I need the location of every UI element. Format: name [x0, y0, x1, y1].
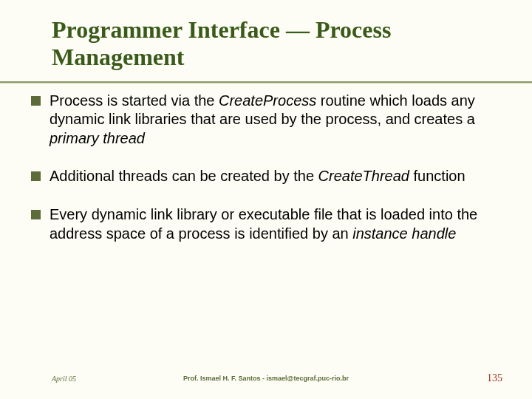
- bullet-text: Additional threads can be created by the…: [50, 167, 495, 186]
- bullet-text: Every dynamic link library or executable…: [50, 205, 495, 243]
- title-underline: [0, 81, 532, 83]
- text-segment: function: [409, 168, 466, 184]
- footer: April 05 Prof. Ismael H. F. Santos - ism…: [0, 372, 532, 384]
- bullet-item: Every dynamic link library or executable…: [52, 205, 495, 243]
- footer-author: Prof. Ismael H. F. Santos - ismael@tecgr…: [183, 375, 349, 382]
- bullet-item: Process is started via the CreateProcess…: [52, 92, 495, 149]
- emphasis-text: CreateThread: [318, 168, 409, 184]
- content-area: Process is started via the CreateProcess…: [52, 92, 502, 244]
- text-segment: Additional threads can be created by the: [50, 168, 318, 184]
- slide-title: Programmer Interface — Process Managemen…: [52, 16, 502, 71]
- emphasis-text: CreateProcess: [219, 92, 316, 109]
- emphasis-text: instance handle: [352, 225, 456, 242]
- emphasis-text: primary thread: [50, 130, 145, 146]
- page-number: 135: [487, 372, 502, 384]
- footer-date: April 05: [52, 375, 76, 383]
- bullet-marker-icon: [31, 96, 41, 106]
- text-segment: Process is started via the: [50, 92, 219, 109]
- slide: Programmer Interface — Process Managemen…: [0, 0, 532, 399]
- bullet-item: Additional threads can be created by the…: [52, 167, 495, 186]
- bullet-marker-icon: [31, 171, 41, 181]
- bullet-text: Process is started via the CreateProcess…: [50, 92, 495, 149]
- bullet-marker-icon: [31, 210, 41, 219]
